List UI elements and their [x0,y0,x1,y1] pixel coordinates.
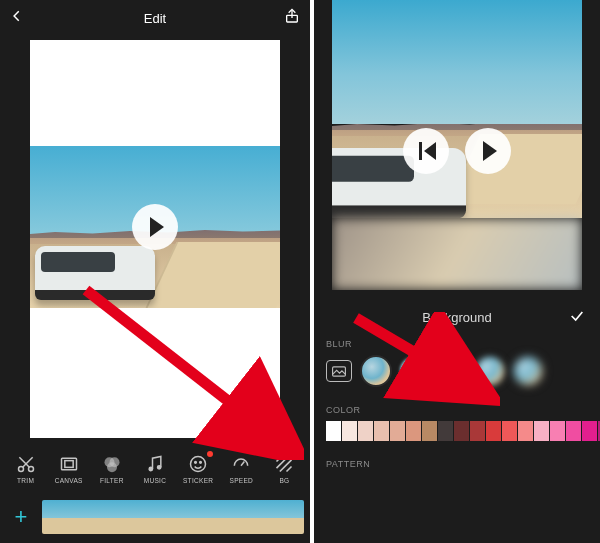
svg-rect-6 [65,460,73,467]
color-swatch[interactable] [374,421,389,441]
svg-point-10 [149,467,152,470]
color-swatch[interactable] [454,421,469,441]
color-swatch[interactable] [342,421,357,441]
tool-label: MUSIC [144,477,166,484]
tool-label: TRIM [17,477,34,484]
svg-line-18 [280,459,292,471]
tool-label: BG [279,477,289,484]
timeline-bar: + 0:05.0 TOTAL 0:20.0 [0,491,310,543]
previous-icon[interactable] [403,128,449,174]
play-icon[interactable] [465,128,511,174]
tool-label: SPEED [230,477,254,484]
confirm-icon[interactable] [568,308,586,327]
pattern-label: PATTERN [326,459,600,469]
tool-trim[interactable]: TRIM [4,445,47,491]
image-picker-icon[interactable] [326,360,352,382]
preview-canvas[interactable] [332,0,582,290]
color-swatch[interactable] [358,421,373,441]
blur-option-5[interactable] [512,355,544,387]
tool-label: STICKER [183,477,213,484]
svg-line-21 [86,290,278,440]
share-icon[interactable] [284,7,300,29]
color-swatch[interactable] [422,421,437,441]
color-swatch[interactable] [470,421,485,441]
svg-point-13 [195,461,197,463]
add-clip-button[interactable]: + [0,491,42,543]
annotation-arrow [80,284,304,460]
svg-line-24 [356,318,468,384]
page-title: Edit [0,11,310,26]
color-swatch[interactable] [534,421,549,441]
color-swatch[interactable] [486,421,501,441]
svg-point-11 [157,465,160,468]
header-bar: Edit [0,0,310,36]
svg-line-15 [241,461,244,465]
svg-rect-5 [61,458,76,470]
trim-icon [15,453,37,475]
color-swatch[interactable] [438,421,453,441]
play-icon[interactable] [132,204,178,250]
svg-line-19 [287,466,292,471]
canvas-icon [58,453,80,475]
svg-rect-22 [333,366,346,375]
edit-screen: Edit TRIMCANVASFILTERMUSICSTICKERSPEEDBG… [0,0,310,543]
color-swatch[interactable] [390,421,405,441]
annotation-arrow [350,312,500,408]
svg-point-9 [107,462,117,472]
color-swatch[interactable] [326,421,341,441]
color-swatch[interactable] [406,421,421,441]
background-screen: Background BLUR COLOR PATTERN [314,0,600,543]
svg-point-14 [200,461,202,463]
color-swatch[interactable] [566,421,581,441]
clip-timeline[interactable]: 0:05.0 TOTAL 0:20.0 [42,500,304,534]
color-swatch[interactable] [582,421,597,441]
color-swatch[interactable] [550,421,565,441]
tool-label: CANVAS [55,477,83,484]
color-swatch[interactable] [502,421,517,441]
color-swatch[interactable] [518,421,533,441]
tool-label: FILTER [100,477,124,484]
pattern-section: PATTERN [314,445,600,479]
